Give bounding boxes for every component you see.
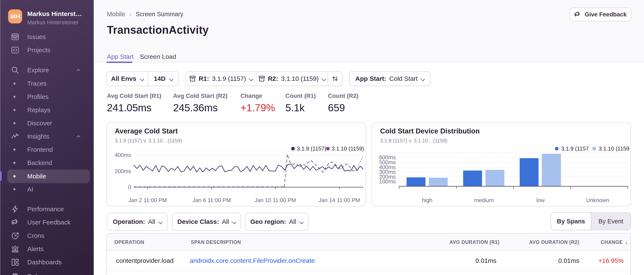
svg-text:Jan 2 11:00 PM: Jan 2 11:00 PM xyxy=(128,197,167,203)
svg-text:3.1.10 (1159): 3.1.10 (1159) xyxy=(332,145,364,152)
svg-text:3.1.9 (1157: 3.1.9 (1157 xyxy=(561,145,589,152)
svg-text:Jan 10 11:00 PM: Jan 10 11:00 PM xyxy=(254,197,296,203)
svg-text:medium: medium xyxy=(474,197,494,203)
svg-text:200ms: 200ms xyxy=(114,168,131,174)
svg-text:Unknown: Unknown xyxy=(586,197,609,203)
svg-text:3.1.10 (1159: 3.1.10 (1159 xyxy=(599,145,629,152)
svg-text:600ms: 600ms xyxy=(379,154,396,161)
svg-text:low: low xyxy=(536,197,544,203)
svg-text:high: high xyxy=(422,197,432,203)
svg-text:3.1.9 (1157): 3.1.9 (1157) xyxy=(297,145,326,152)
svg-text:Jan 6 11:00 PM: Jan 6 11:00 PM xyxy=(192,197,231,203)
svg-text:400ms: 400ms xyxy=(114,152,131,158)
svg-text:Jan 14 11:00 PM: Jan 14 11:00 PM xyxy=(318,197,360,203)
svg-text:0: 0 xyxy=(128,184,131,190)
